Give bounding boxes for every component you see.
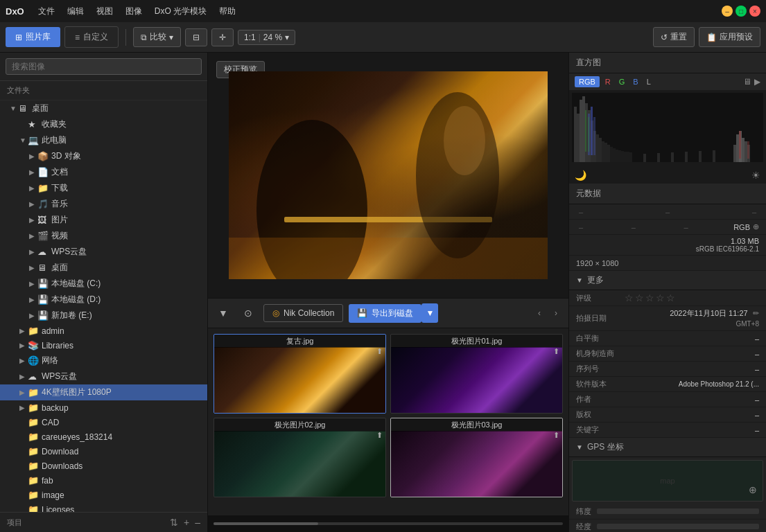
menu-edit[interactable]: 编辑 [62, 3, 89, 20]
sidebar-item-cad[interactable]: 📁 CAD [0, 415, 207, 429]
edit-date-button[interactable]: ✏ [753, 309, 759, 317]
move-icon-btn[interactable]: ✛ [211, 28, 234, 46]
separator-pipe: | [259, 33, 261, 42]
add-button[interactable]: + [184, 517, 189, 528]
tab-customize[interactable]: ≡ 自定义 [64, 26, 119, 48]
split-icon: ⊟ [193, 33, 200, 42]
sidebar-item-image[interactable]: 📁 image [0, 488, 207, 502]
svg-rect-5 [229, 71, 548, 279]
menu-dxo[interactable]: DxO 光学模块 [149, 3, 212, 20]
apply-preset-button[interactable]: 📋 应用预设 [699, 27, 760, 47]
remove-button[interactable]: – [195, 517, 200, 528]
map-expand-icon[interactable]: ⊕ [749, 484, 757, 495]
film-item-1[interactable]: 复古.jpg ⬆ [214, 334, 386, 414]
hist-tab-rgb[interactable]: RGB [575, 76, 600, 87]
menu-file[interactable]: 文件 [33, 3, 60, 20]
sidebar-item-favorites[interactable]: ★ 收藏夹 [0, 116, 207, 132]
sidebar-item-docs[interactable]: ▶ 📄 文档 [0, 164, 207, 180]
sidebar-item-label: 本地磁盘 (D:) [51, 294, 203, 305]
sidebar-item-4k-wallpapers[interactable]: ▶ 📁 4K壁纸图片 1080P [0, 384, 207, 400]
window-controls: – □ × [722, 6, 760, 17]
monitor-icon[interactable]: 🖥 [743, 77, 751, 87]
preview-svg [229, 71, 548, 279]
tree-arrow: ▶ [29, 312, 37, 319]
svg-rect-33 [671, 152, 674, 162]
tab-library[interactable]: ⊞ 照片库 [6, 27, 60, 47]
sidebar-item-downloads[interactable]: 📁 Downloads [0, 459, 207, 473]
circle-button[interactable]: ⊙ [238, 303, 258, 323]
sidebar-item-backup[interactable]: ▶ 📁 backup [0, 400, 207, 415]
sidebar-item-thispc[interactable]: ▼ 💻 此电脑 [0, 132, 207, 148]
sidebar-item-music[interactable]: ▶ 🎵 音乐 [0, 196, 207, 212]
reset-icon: ↺ [661, 33, 668, 42]
nav-next-button[interactable]: › [549, 303, 563, 323]
menu-view[interactable]: 视图 [91, 3, 119, 20]
sidebar-item-wpscloud[interactable]: ▶ ☁ WPS云盘 [0, 369, 207, 384]
hist-tab-l[interactable]: L [644, 76, 654, 87]
search-input[interactable] [6, 58, 202, 75]
location-icon[interactable]: ⊕ [753, 222, 759, 231]
split-button[interactable]: ⊟ [185, 28, 207, 46]
film-item-4[interactable]: 极光图片03.jpg ⬆ [390, 418, 563, 497]
more-section-header[interactable]: ▼ 更多 [569, 271, 766, 290]
filmstrip-scrollbar[interactable] [214, 522, 563, 525]
menu-image[interactable]: 图像 [120, 3, 148, 20]
sidebar-item-careueyes[interactable]: 📁 careueyes_183214 [0, 429, 207, 444]
gps-lon-bar [597, 524, 759, 529]
compare-button[interactable]: ⧉ 比较 ▾ [133, 27, 181, 47]
sidebar-item-licenses[interactable]: 📁 Licenses [0, 502, 207, 512]
chevron-down-icon: ▾ [169, 33, 173, 42]
sidebar-item-videos[interactable]: ▶ 🎬 视频 [0, 228, 207, 244]
dark-icon[interactable]: 🌙 [575, 170, 586, 181]
filter-icon: ▼ [218, 308, 228, 319]
sidebar-item-libraries[interactable]: ▶ 📚 Libraries [0, 338, 207, 353]
sidebar-item-wpscloud-pc[interactable]: ▶ ☁ WPS云盘 [0, 244, 207, 260]
sidebar-item-label: Download [42, 447, 203, 456]
sidebar-item-pictures[interactable]: ▶ 🖼 图片 [0, 212, 207, 228]
meta-row-2: – – – RGB ⊕ [569, 220, 766, 235]
sidebar-item-label: 新加卷 (E:) [51, 310, 203, 321]
close-button[interactable]: × [749, 6, 760, 17]
sidebar-item-download[interactable]: 📁 Download [0, 444, 207, 459]
hist-tab-g[interactable]: G [616, 76, 628, 87]
svg-rect-7 [574, 107, 577, 162]
sidebar-item-drive-c[interactable]: ▶ 💾 本地磁盘 (C:) [0, 276, 207, 292]
scrollbar-thumb[interactable] [214, 522, 318, 525]
light-icon[interactable]: ☀ [751, 170, 760, 181]
filter-button[interactable]: ▼ [214, 303, 233, 323]
svg-rect-17 [602, 141, 604, 162]
sidebar-item-fab[interactable]: 📁 fab [0, 473, 207, 488]
sidebar-item-desktop2[interactable]: ▶ 🖥 桌面 [0, 260, 207, 276]
export-button[interactable]: 💾 导出到磁盘 [349, 304, 421, 323]
sidebar-item-desktop[interactable]: ▼ 🖥 桌面 [0, 100, 207, 116]
film-item-2[interactable]: 极光图片01.jpg ⬆ [390, 334, 563, 414]
rating-stars[interactable]: ☆☆☆☆☆ [625, 292, 677, 303]
sidebar-item-downloads-sys[interactable]: ▶ 📁 下载 [0, 180, 207, 196]
minimize-button[interactable]: – [722, 6, 733, 17]
hist-tab-r[interactable]: R [602, 76, 613, 87]
nav-prev-button[interactable]: ‹ [532, 303, 546, 323]
svg-rect-32 [657, 153, 660, 162]
maximize-button[interactable]: □ [735, 6, 747, 17]
sort-button[interactable]: ⇅ [170, 517, 178, 528]
sidebar-item-admin[interactable]: ▶ 📁 admin [0, 323, 207, 338]
gps-section-header[interactable]: ▼ GPS 坐标 [569, 438, 766, 457]
sidebar-item-label: 本地磁盘 (C:) [51, 278, 203, 290]
sidebar-item-drive-d[interactable]: ▶ 💾 本地磁盘 (D:) [0, 292, 207, 308]
sidebar-item-label: admin [42, 326, 203, 336]
film-badge: ⬆ [553, 431, 559, 440]
hist-tab-b[interactable]: B [630, 76, 641, 87]
tree-arrow: ▶ [19, 357, 28, 364]
play-icon[interactable]: ▶ [754, 77, 760, 87]
sidebar-item-3d[interactable]: ▶ 📦 3D 对象 [0, 148, 207, 164]
film-item-3[interactable]: 极光图片02.jpg ⬆ [214, 418, 386, 497]
tree-arrow: ▶ [29, 296, 37, 303]
export-more-button[interactable]: ▼ [421, 303, 438, 323]
sidebar-item-drive-e[interactable]: ▶ 💾 新加卷 (E:) [0, 308, 207, 323]
reset-button[interactable]: ↺ 重置 [653, 27, 695, 47]
menu-help[interactable]: 帮助 [214, 3, 241, 20]
sidebar-item-network[interactable]: ▶ 🌐 网络 [0, 353, 207, 369]
zoom-control[interactable]: 1:1 | 24 % ▾ [238, 30, 295, 45]
filmstrip: 复古.jpg ⬆ 极光图片01.jpg ⬆ 极光图片02.jpg ⬆ 极光图片0… [208, 328, 568, 515]
nik-collection-button[interactable]: ◎ Nik Collection [263, 304, 343, 322]
